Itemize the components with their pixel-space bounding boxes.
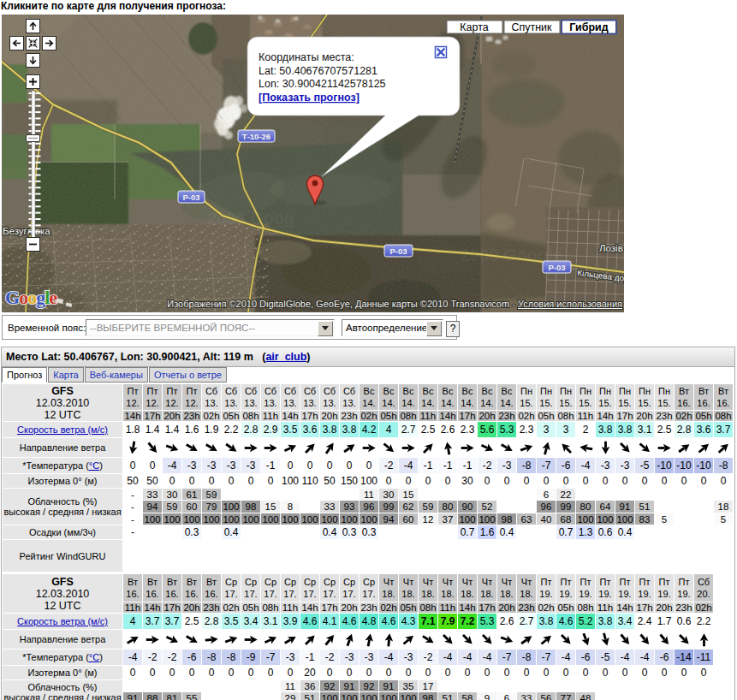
- svg-text:Гибрид: Гибрид: [569, 21, 609, 33]
- svg-text:Спутник: Спутник: [511, 21, 552, 33]
- svg-text:[Показать прогноз]: [Показать прогноз]: [259, 92, 360, 104]
- svg-text:Координаты места:: Координаты места:: [259, 51, 354, 63]
- svg-text:Lon: 30.900421142578125: Lon: 30.900421142578125: [259, 78, 386, 90]
- svg-text:Lat: 50.40676707571281: Lat: 50.40676707571281: [259, 65, 377, 77]
- svg-text:Карта: Карта: [460, 21, 488, 33]
